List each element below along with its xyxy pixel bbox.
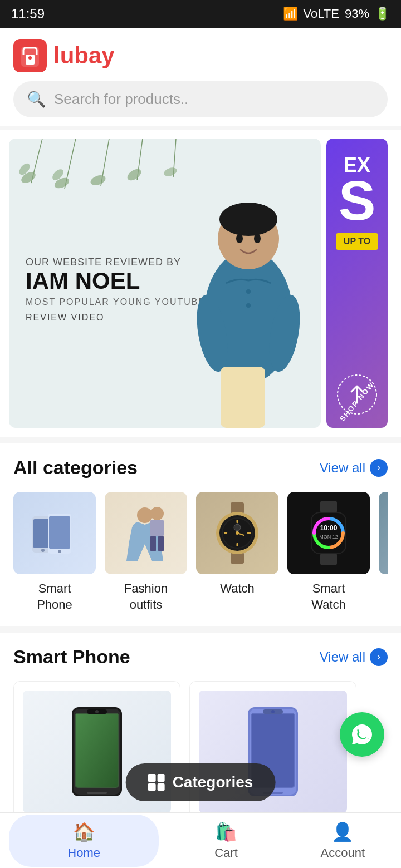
banner-leaves xyxy=(9,139,209,216)
category-drone[interactable]: Drone xyxy=(379,492,388,613)
svg-point-50 xyxy=(234,524,241,531)
svg-rect-36 xyxy=(158,536,164,551)
svg-rect-44 xyxy=(237,543,238,546)
drone-icon xyxy=(387,500,388,566)
svg-point-12 xyxy=(125,166,143,183)
category-drone-image xyxy=(379,492,388,574)
product-phone-icon-1 xyxy=(58,702,136,802)
smartphone-icon xyxy=(21,500,88,566)
category-fashion[interactable]: Fashionoutfits xyxy=(105,492,187,613)
svg-rect-43 xyxy=(237,520,238,523)
category-watch[interactable]: Watch xyxy=(196,492,278,613)
nav-home[interactable]: 🏠 Home xyxy=(9,815,159,867)
categories-grid-icon xyxy=(148,774,165,791)
svg-point-81 xyxy=(271,710,275,713)
svg-point-14 xyxy=(163,166,178,177)
svg-rect-30 xyxy=(49,516,70,549)
signal-text: VoLTE xyxy=(304,7,339,21)
category-smartphone-image xyxy=(13,492,96,574)
wifi-icon: 📶 xyxy=(283,7,298,21)
categories-header: All categories View all › xyxy=(13,457,388,479)
battery-text: 93% xyxy=(345,7,369,21)
products-list xyxy=(13,681,388,829)
whatsapp-fab[interactable] xyxy=(340,712,384,757)
watch-icon xyxy=(204,500,271,566)
svg-point-49 xyxy=(236,531,239,535)
svg-point-2 xyxy=(28,56,32,60)
category-fashion-image xyxy=(105,492,187,574)
category-watch-image xyxy=(196,492,278,574)
svg-point-31 xyxy=(58,550,61,553)
banner-s: S xyxy=(339,175,376,225)
svg-point-19 xyxy=(254,234,261,243)
search-icon: 🔍 xyxy=(27,90,46,108)
banner-section: OUR WEBSITE REVIEWED BY IAM NOEL MOST PO… xyxy=(0,130,401,437)
categories-view-all[interactable]: View all › xyxy=(320,459,388,477)
shop-circle-icon xyxy=(335,372,379,417)
category-watch-label: Watch xyxy=(220,581,255,597)
svg-rect-51 xyxy=(320,501,337,513)
svg-rect-24 xyxy=(221,367,265,428)
nav-account[interactable]: 👤 Account xyxy=(285,816,401,866)
status-bar: 11:59 📶 VoLTE 93% 🔋 xyxy=(0,0,401,28)
svg-point-18 xyxy=(236,234,243,243)
cart-icon: 🛍️ xyxy=(215,821,237,842)
product-card-2[interactable] xyxy=(189,681,356,829)
banner-up-to: UP TO xyxy=(336,233,378,250)
smartphone-header: Smart Phone View all › xyxy=(13,646,388,668)
svg-rect-46 xyxy=(247,532,251,534)
account-icon: 👤 xyxy=(331,821,354,842)
home-icon: 🏠 xyxy=(73,821,95,842)
logo-icon xyxy=(13,39,47,72)
whatsapp-icon xyxy=(350,722,374,747)
logo-text: lubay xyxy=(53,42,115,69)
svg-point-33 xyxy=(150,507,164,520)
nav-cart[interactable]: 🛍️ Cart xyxy=(168,816,284,866)
banner-second[interactable]: EX S UP TO SHOP NOW xyxy=(326,139,388,428)
svg-point-74 xyxy=(95,710,99,713)
category-smartphone[interactable]: SmartPhone xyxy=(13,492,96,613)
nav-home-label: Home xyxy=(67,846,100,860)
smartphone-view-all[interactable]: View all › xyxy=(320,648,388,666)
banner-person xyxy=(182,172,315,428)
search-bar[interactable]: 🔍 Search for products.. xyxy=(13,81,388,117)
smartphone-view-all-chevron: › xyxy=(370,648,388,666)
svg-point-20 xyxy=(246,289,251,294)
svg-rect-52 xyxy=(320,553,337,565)
categories-float-label: Categories xyxy=(173,773,253,791)
svg-rect-34 xyxy=(150,520,164,536)
category-smartphone-label: SmartPhone xyxy=(37,581,72,613)
fashion-icon xyxy=(113,500,179,566)
battery-icon: 🔋 xyxy=(375,7,390,21)
search-placeholder: Search for products.. xyxy=(54,91,188,108)
category-smartwatch[interactable]: 10:00 MON 12 SmartWatch xyxy=(287,492,370,613)
banner-main[interactable]: OUR WEBSITE REVIEWED BY IAM NOEL MOST PO… xyxy=(9,139,321,428)
product-card-1[interactable] xyxy=(13,681,180,829)
svg-point-21 xyxy=(246,303,251,308)
header: lubay 🔍 Search for products.. xyxy=(0,28,401,126)
categories-list: SmartPhone Fashionoutfits xyxy=(13,492,388,613)
svg-point-10 xyxy=(89,174,107,188)
categories-section: All categories View all › SmartPhone xyxy=(0,443,401,626)
categories-title: All categories xyxy=(13,457,138,479)
logo-container: lubay xyxy=(13,39,388,72)
svg-rect-35 xyxy=(150,536,156,551)
nav-account-label: Account xyxy=(321,846,365,860)
smartwatch-icon: 10:00 MON 12 xyxy=(295,500,362,566)
svg-point-28 xyxy=(41,549,45,552)
status-time: 11:59 xyxy=(11,6,45,22)
category-smartwatch-image: 10:00 MON 12 xyxy=(287,492,370,574)
svg-point-32 xyxy=(137,507,153,523)
svg-text:10:00: 10:00 xyxy=(320,524,338,532)
svg-text:MON 12: MON 12 xyxy=(319,534,338,540)
nav-cart-label: Cart xyxy=(214,846,238,860)
svg-rect-75 xyxy=(87,792,107,794)
category-fashion-label: Fashionoutfits xyxy=(124,581,168,613)
view-all-chevron: › xyxy=(370,459,388,477)
svg-rect-45 xyxy=(224,532,227,534)
status-right: 📶 VoLTE 93% 🔋 xyxy=(283,7,390,21)
smartphone-title: Smart Phone xyxy=(13,646,130,668)
category-smartwatch-label: SmartWatch xyxy=(311,581,346,613)
svg-point-17 xyxy=(219,203,277,236)
categories-float-button[interactable]: Categories xyxy=(126,763,276,801)
